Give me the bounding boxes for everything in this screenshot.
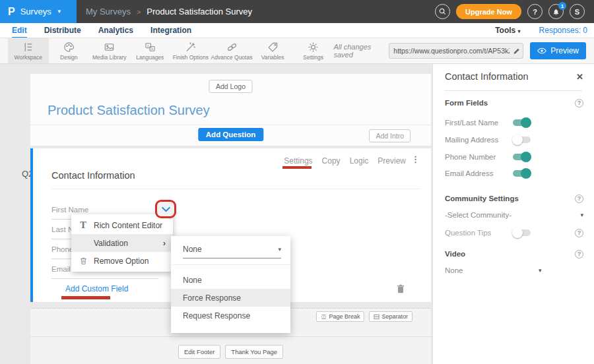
toggle-mailing-address[interactable] [513, 136, 531, 143]
user-avatar[interactable]: S [570, 4, 585, 19]
validation-select[interactable]: None ▾ [183, 245, 281, 258]
menu-item-remove-option[interactable]: Remove Option [71, 252, 173, 270]
svg-text:x: x [147, 44, 149, 47]
sidebar-title: Contact Information [445, 71, 529, 82]
workspace-icon [22, 42, 34, 53]
editor-toolbar: Workspace Design Media Library xA Langua… [0, 38, 594, 64]
tab-integration[interactable]: Integration [150, 24, 191, 38]
chevron-down-icon [161, 206, 171, 212]
footer-divider [30, 336, 431, 337]
text-format-icon: T [79, 220, 88, 230]
tab-distribute[interactable]: Distribute [44, 24, 81, 38]
toolbar-variables[interactable]: Variables [252, 38, 293, 63]
survey-url-box[interactable]: https://www.questionpro.com/t/AP53kZgUI [389, 43, 523, 59]
help-button[interactable]: ? [527, 4, 543, 19]
help-icon[interactable]: ? [575, 250, 583, 258]
toggle-question-tips[interactable] [513, 229, 531, 236]
community-settings-heading-row: Community Settings ? [445, 193, 583, 204]
survey-url[interactable]: https://www.questionpro.com/t/AP53kZgUI [389, 47, 510, 55]
toggle-row-phone-number: Phone Number [445, 152, 583, 162]
field-dropdown-chevron-annotated[interactable] [155, 200, 176, 218]
chevron-down-icon: ▼ [57, 9, 62, 15]
toggle-first-last-name[interactable] [513, 119, 531, 126]
chevron-right-icon: › [163, 238, 166, 248]
toggle-phone-number[interactable] [513, 154, 531, 160]
toolbar-languages[interactable]: xA Languages [130, 38, 171, 63]
tab-analytics[interactable]: Analytics [98, 24, 133, 38]
responses-count[interactable]: Responses: 0 [539, 26, 587, 35]
chevron-down-icon: ▾ [518, 28, 521, 34]
delete-question-icon[interactable] [397, 284, 405, 293]
svg-text:A: A [151, 46, 154, 50]
add-intro-button[interactable]: Add Intro [369, 129, 411, 142]
thank-you-page-button[interactable]: Thank You Page [225, 345, 283, 359]
toggle-row-mailing-address: Mailing Address [445, 135, 583, 145]
menu-item-rich-content-editor[interactable]: T Rich Content Editor [71, 216, 173, 234]
breadcrumb-separator: > [137, 8, 141, 16]
notifications-button[interactable]: 1 [548, 4, 564, 19]
question-title[interactable]: Contact Information [51, 170, 135, 181]
toggle-email-address[interactable] [513, 170, 531, 177]
survey-actions-row: Add Question Add Intro [30, 125, 431, 146]
field-context-menu: T Rich Content Editor Validation › Remov… [71, 214, 173, 272]
validation-submenu: None ▾ None Force Response Request Respo… [171, 236, 290, 333]
toolbar-design[interactable]: Design [49, 38, 90, 63]
option-none[interactable]: None [171, 271, 290, 289]
kebab-menu-icon[interactable]: ⋮ [411, 154, 420, 164]
toolbar-workspace[interactable]: Workspace [8, 38, 49, 63]
toolbar-finish-options[interactable]: Finish Options [170, 38, 211, 63]
languages-icon: xA [145, 42, 156, 53]
upgrade-now-button[interactable]: Upgrade Now [456, 4, 521, 19]
question-settings-link[interactable]: Settings [284, 156, 312, 166]
annotation-underline-settings [282, 166, 312, 169]
option-request-response[interactable]: Request Response [171, 307, 290, 324]
preview-button[interactable]: Preview [530, 42, 586, 59]
page-break-button[interactable]: Page Break [316, 311, 364, 322]
footer-controls: Edit Footer Thank You Page [30, 345, 431, 359]
toolbar-advance-quotas[interactable]: Advance Quotas [211, 38, 253, 63]
notification-count-badge: 1 [558, 2, 566, 10]
option-force-response[interactable]: Force Response [171, 289, 290, 307]
survey-title[interactable]: Product Satisfaction Survey [48, 103, 210, 118]
close-icon[interactable]: ✕ [576, 72, 583, 82]
edit-footer-button[interactable]: Edit Footer [178, 345, 220, 359]
nav-tabs: Edit Distribute Analytics Integration [12, 24, 191, 38]
chevron-down-icon: ▾ [278, 246, 281, 253]
nav-right: Tools ▾ Responses: 0 [495, 26, 587, 35]
add-custom-field-link[interactable]: Add Custom Field [65, 284, 128, 293]
question-copy-link[interactable]: Copy [322, 156, 341, 166]
toolbar-settings[interactable]: Settings [293, 38, 334, 63]
questionpro-survey-editor: P Surveys ▼ My Surveys > Product Satisfa… [0, 0, 594, 364]
surveys-product-menu[interactable]: P Surveys ▼ [0, 0, 77, 23]
breadcrumb-my-surveys[interactable]: My Surveys [86, 7, 131, 16]
survey-header-section: Add Logo Product Satisfaction Survey [30, 74, 431, 125]
breadcrumb-current-survey: Product Satisfaction Survey [147, 7, 252, 16]
search-button[interactable] [435, 4, 450, 19]
help-icon[interactable]: ? [575, 99, 583, 107]
chevron-down-icon: ▾ [539, 267, 542, 274]
menu-item-validation[interactable]: Validation › [71, 234, 173, 252]
chevron-down-icon: ▾ [580, 212, 583, 218]
tools-menu[interactable]: Tools ▾ [495, 26, 520, 35]
validation-options: None Force Response Request Response [171, 271, 290, 324]
question-preview-link[interactable]: Preview [378, 156, 406, 166]
add-logo-button[interactable]: Add Logo [209, 80, 253, 93]
question-divider [51, 189, 420, 189]
separator-button[interactable]: Separator [369, 311, 412, 322]
help-icon[interactable]: ? [575, 195, 583, 203]
page-break-icon [321, 314, 327, 320]
help-icon[interactable]: ? [575, 229, 583, 237]
form-fields-heading-row: Form Fields ? [445, 98, 583, 108]
video-heading-row: Video ? [445, 249, 583, 259]
video-select[interactable]: None ▾ [445, 265, 583, 276]
toolbar-media-library[interactable]: Media Library [89, 38, 130, 63]
edit-url-pencil-icon[interactable] [510, 47, 523, 55]
questionpro-logo: P [8, 6, 15, 18]
tab-edit[interactable]: Edit [12, 24, 27, 38]
community-select[interactable]: -Select Community- ▾ [445, 210, 583, 220]
add-question-button[interactable]: Add Question [198, 128, 263, 141]
design-palette-icon [63, 42, 75, 53]
trash-icon [79, 257, 88, 265]
question-logic-link[interactable]: Logic [350, 156, 369, 166]
separator-icon [374, 314, 380, 320]
